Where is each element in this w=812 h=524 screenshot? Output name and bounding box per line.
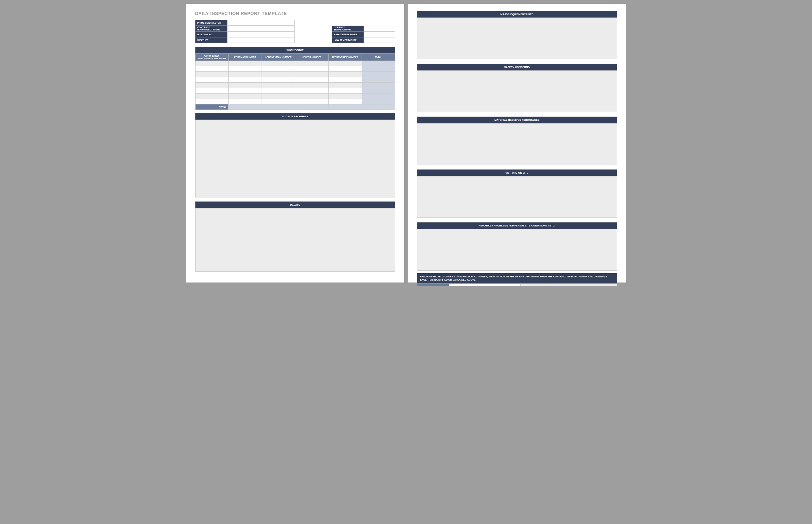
- col-apprentice: APPRENTIUCE NUMBER: [328, 54, 362, 61]
- row-high-temp: HIGH TEMPERATURE: [332, 31, 395, 37]
- page-2: MAJOR EQUIPMENT USED SAFETY CONCERNS MAT…: [408, 4, 626, 282]
- material-section: MATERIAL RECEIVED / SHORTAGES: [417, 117, 617, 165]
- visitors-textarea[interactable]: [417, 176, 617, 218]
- remarks-textarea[interactable]: [417, 229, 617, 271]
- label-signature: SIGNATURE: [520, 283, 546, 286]
- row-prime-contractor: PRIME CONTRACTOR: [195, 20, 294, 26]
- table-row[interactable]: [195, 94, 395, 99]
- table-row[interactable]: [195, 99, 395, 104]
- remarks-section: REMARKS / PROBLEMS / DIFFERING SITE COND…: [417, 222, 617, 271]
- col-total: TOTAL: [362, 54, 395, 61]
- signature-row: SITE SUPERINTENDANT SIGNATURE: [417, 283, 617, 286]
- workforce-header: WORKFORCE: [195, 47, 395, 53]
- safety-header: SAFETY CONCERNS: [417, 64, 617, 70]
- delays-header: DELAYS: [195, 201, 395, 208]
- input-contract[interactable]: [227, 26, 294, 31]
- remarks-header: REMARKS / PROBLEMS / DIFFERING SITE COND…: [417, 222, 617, 229]
- input-superintendent[interactable]: [449, 283, 520, 286]
- row-current-temp: CURRENT TEMPERATURE: [332, 26, 395, 31]
- input-signature[interactable]: [546, 283, 617, 286]
- visitors-section: VISITORS ON SITE: [417, 169, 617, 218]
- label-prime-contractor: PRIME CONTRACTOR: [195, 20, 227, 26]
- label-building: BUILDING NO.: [195, 31, 227, 37]
- col-journeyman: JOURNEYMAN NUMBER: [262, 54, 295, 61]
- table-row[interactable]: [195, 88, 395, 94]
- table-row[interactable]: [195, 83, 395, 88]
- equipment-section: MAJOR EQUIPMENT USED: [417, 11, 617, 59]
- safety-textarea[interactable]: [417, 70, 617, 112]
- progress-textarea[interactable]: [195, 120, 395, 198]
- table-total-row: TOTAL: [195, 104, 395, 110]
- input-current-temp[interactable]: [364, 26, 395, 31]
- table-row[interactable]: [195, 72, 395, 77]
- certification-statement: I HAVE INSPECTED TODAY'S CONSTRUCTION AC…: [417, 273, 617, 283]
- input-building[interactable]: [227, 31, 294, 37]
- info-row: CONTRACT NO./PROJECT NAME BUILDING NO. W…: [195, 26, 395, 43]
- input-weather[interactable]: [227, 37, 294, 43]
- label-contract: CONTRACT NO./PROJECT NAME: [195, 26, 227, 31]
- table-row[interactable]: [195, 61, 395, 66]
- col-contractor: CONTRACTOR/ SUBCONTRACTOR NAME: [195, 54, 228, 61]
- report-title: DAILY INSPECTION REPORT TEMPLATE: [195, 11, 395, 16]
- equipment-textarea[interactable]: [417, 18, 617, 59]
- row-building: BUILDING NO.: [195, 31, 294, 37]
- input-prime-contractor[interactable]: [227, 20, 294, 26]
- input-low-temp[interactable]: [364, 37, 395, 43]
- page-1: DAILY INSPECTION REPORT TEMPLATE PRIME C…: [186, 4, 404, 282]
- material-header: MATERIAL RECEIVED / SHORTAGES: [417, 117, 617, 123]
- label-low-temp: LOW TEMPERATURE: [332, 37, 364, 43]
- col-helper: HELPER NUMBER: [295, 54, 328, 61]
- label-weather: WEATHER: [195, 37, 227, 43]
- label-current-temp: CURRENT TEMPERATURE: [332, 26, 364, 31]
- temperature-block: CURRENT TEMPERATURE HIGH TEMPERATURE LOW…: [332, 26, 395, 43]
- progress-header: TODAY'S PROGRESS: [195, 113, 395, 120]
- label-high-temp: HIGH TEMPERATURE: [332, 31, 364, 37]
- equipment-header: MAJOR EQUIPMENT USED: [417, 11, 617, 18]
- material-textarea[interactable]: [417, 123, 617, 165]
- table-row[interactable]: [195, 77, 395, 83]
- label-superintendent: SITE SUPERINTENDANT: [417, 283, 449, 286]
- row-contract: CONTRACT NO./PROJECT NAME: [195, 26, 294, 31]
- visitors-header: VISITORS ON SITE: [417, 169, 617, 176]
- row-weather: WEATHER: [195, 37, 294, 43]
- total-label: TOTAL: [195, 104, 228, 110]
- safety-section: SAFETY CONCERNS: [417, 64, 617, 112]
- row-low-temp: LOW TEMPERATURE: [332, 37, 395, 43]
- input-high-temp[interactable]: [364, 31, 395, 37]
- table-row[interactable]: [195, 66, 395, 72]
- delays-textarea[interactable]: [195, 208, 395, 272]
- workforce-table: CONTRACTOR/ SUBCONTRACTOR NAME FOREMAN N…: [195, 53, 395, 110]
- col-foreman: FOREMAN NUMBER: [228, 54, 262, 61]
